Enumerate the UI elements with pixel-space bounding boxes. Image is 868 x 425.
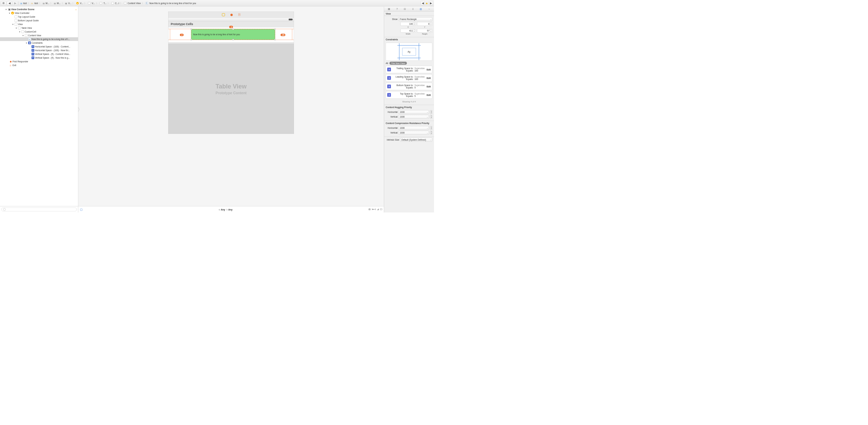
pin-tool-icon[interactable]: ⊢⊣ xyxy=(372,208,376,211)
height-field[interactable]: 57▴▾ xyxy=(417,29,432,33)
compression-vertical-select[interactable]: 1000 xyxy=(399,131,429,135)
warning-icon[interactable]: ▲ xyxy=(426,1,428,5)
viewcontroller-dock-icon[interactable] xyxy=(222,13,225,16)
constraint-card[interactable]: ⊟ Leading Space to:Superview Equals:100 … xyxy=(386,74,433,82)
document-outline[interactable]: ▼▦View Controller Scene● ▼●View Controll… xyxy=(0,6,78,206)
show-select[interactable]: Frame Rectangle xyxy=(399,17,433,21)
first-responder-dock-icon[interactable]: ⬣ xyxy=(230,13,233,17)
edit-constraint-button[interactable]: Edit xyxy=(427,94,431,96)
resize-tool-icon[interactable]: ☐ xyxy=(380,208,382,211)
scene-dock[interactable]: ⬣ ⍈ xyxy=(169,12,294,18)
filter-field[interactable] xyxy=(1,207,77,211)
disclosure-icon[interactable]: ▼ xyxy=(22,35,24,37)
disclosure-icon[interactable]: ▼ xyxy=(15,27,17,29)
resize-handle[interactable] xyxy=(191,39,192,40)
bc-file[interactable]: ▤M... xyxy=(53,2,61,4)
edit-constraint-button[interactable]: Edit xyxy=(427,77,431,79)
constraint-card[interactable]: ⊟ Bottom Space to:Superview Equals:5 Edi… xyxy=(386,83,433,90)
outline-constraint-item[interactable]: ⊟Horizontal Space - (100) - Content... xyxy=(0,45,78,48)
disclosure-icon[interactable]: ▼ xyxy=(5,8,7,11)
toggle-outline-icon[interactable]: ▢ xyxy=(80,208,83,211)
outline-constraint-item[interactable]: ⊟Horizontal Space - (100) - Now thi... xyxy=(0,48,78,52)
outline-scene[interactable]: ▼▦View Controller Scene● xyxy=(0,7,78,11)
bc-folder[interactable]: 🗀test xyxy=(30,2,38,4)
quickhelp-inspector-tab[interactable]: ? xyxy=(395,7,399,11)
stepper[interactable]: ▴▾ xyxy=(430,22,432,26)
filter-all[interactable]: All xyxy=(386,62,388,65)
stepper[interactable]: ▴▾ xyxy=(430,29,432,33)
bc-viewcontroller[interactable]: ●V... xyxy=(75,2,84,5)
constraint-badge[interactable]: -2 xyxy=(180,34,184,36)
constraint-card[interactable]: ⊟ Trailing Space to:Superview Equals:100… xyxy=(386,66,433,73)
file-inspector-tab[interactable]: ▤ xyxy=(387,7,391,11)
hugging-vertical-select[interactable]: 1000 xyxy=(399,115,429,119)
exit-dock-icon[interactable]: ⍈ xyxy=(238,13,240,17)
outline-constraints[interactable]: ▼▦Constraints xyxy=(0,41,78,45)
outline-exit[interactable]: ⍈Exit xyxy=(0,63,78,67)
related-items-button[interactable]: ⊞ xyxy=(1,1,6,5)
prev-issue-button[interactable]: ◀ xyxy=(421,1,425,5)
attributes-inspector-tab[interactable]: ⇩ xyxy=(411,7,415,11)
back-button[interactable]: ◀ xyxy=(7,1,12,5)
outline-view[interactable]: ▼View xyxy=(0,22,78,26)
outline-constraint-item[interactable]: ⊟Vertical Space - (5) - Content View... xyxy=(0,52,78,56)
edit-constraint-button[interactable]: Edit xyxy=(427,85,431,88)
intrinsic-size-select[interactable]: Default (System Defined) xyxy=(400,138,433,142)
constraints-diagram[interactable]: Ag xyxy=(386,43,433,61)
align-tool-icon[interactable]: ⊟ xyxy=(369,208,371,211)
outline-top-layout-guide[interactable]: Top Layout Guide xyxy=(0,15,78,19)
disclosure-icon[interactable]: ▼ xyxy=(8,12,11,14)
hugging-horizontal-select[interactable]: 1000 xyxy=(399,110,429,114)
stepper[interactable]: ▴▾ xyxy=(413,22,416,26)
disclosure-icon[interactable]: ▼ xyxy=(19,31,21,33)
status-indicator-icon[interactable]: ● xyxy=(75,8,76,11)
compression-horizontal-select[interactable]: 1000 xyxy=(399,126,429,130)
selected-label[interactable]: Now this is going to be a long line of t… xyxy=(191,29,275,40)
outline-bottom-layout-guide[interactable]: Bottom Layout Guide xyxy=(0,19,78,22)
connections-inspector-tab[interactable]: → xyxy=(427,7,431,11)
outline-label-selected[interactable]: LNow this is going to be a long line of … xyxy=(0,37,78,41)
size-class-control[interactable]: w Any h Any xyxy=(219,208,233,211)
bc-label[interactable]: LNow this is going to be a long line of … xyxy=(144,2,197,5)
next-issue-button[interactable]: ▶ xyxy=(429,1,433,5)
canvas-scroll[interactable]: ⬣ ⍈ Prototype Cells -2 -25 -5 Now this i… xyxy=(78,6,384,206)
outline-first-responder[interactable]: ⬣First Responder xyxy=(0,60,78,63)
forward-button[interactable]: ▶ xyxy=(13,1,18,5)
x-field[interactable]: 106▴▾ xyxy=(400,22,416,26)
stepper[interactable]: ▴▾ xyxy=(430,115,432,119)
constraint-badge[interactable]: -25 xyxy=(281,34,285,36)
prototype-cell[interactable]: -2 -25 -5 Now this is going to be a long… xyxy=(169,27,294,43)
resize-handle[interactable] xyxy=(191,28,192,30)
resize-handle[interactable] xyxy=(274,28,276,30)
expand-outline-arrow[interactable]: 〉 xyxy=(78,106,82,113)
edit-constraint-button[interactable]: Edit xyxy=(427,68,431,71)
resize-handle[interactable] xyxy=(233,39,234,40)
stepper[interactable]: ▴▾ xyxy=(413,29,416,33)
resize-handle[interactable] xyxy=(233,28,234,30)
constraint-card[interactable]: ⊟ Top Space to:Superview Equals:5 Edit xyxy=(386,91,433,99)
bc-project[interactable]: ▤test xyxy=(19,2,27,4)
stepper[interactable]: ▴▾ xyxy=(430,131,432,135)
stepper[interactable]: ▴▾ xyxy=(430,110,432,114)
bc-view[interactable]: V... xyxy=(86,2,95,5)
outline-contentview[interactable]: ▼Content View xyxy=(0,34,78,37)
disclosure-icon[interactable]: ▼ xyxy=(25,42,27,44)
outline-constraint-item[interactable]: ⊟Vertical Space - (5) - Now this is g... xyxy=(0,56,78,60)
disclosure-icon[interactable]: ▼ xyxy=(12,23,14,25)
y-field[interactable]: 8▴▾ xyxy=(417,22,432,26)
constraint-badge[interactable]: -5 xyxy=(229,26,233,28)
identity-inspector-tab[interactable]: ⊡ xyxy=(403,7,407,11)
bc-tableview[interactable]: T... xyxy=(98,2,107,5)
resolve-tool-icon[interactable]: ⊿ xyxy=(377,208,379,211)
outline-customcell[interactable]: ▼CustomCell xyxy=(0,30,78,34)
bc-contentview[interactable]: Content View xyxy=(122,2,141,5)
outline-tableview[interactable]: ▼Table View xyxy=(0,26,78,30)
bc-file[interactable]: ▤M... xyxy=(41,2,50,4)
bc-scene[interactable]: ▦V... xyxy=(64,2,72,4)
ib-scene-canvas[interactable]: ⬣ ⍈ Prototype Cells -2 -25 -5 Now this i… xyxy=(168,12,294,134)
outline-viewcontroller[interactable]: ▼●View Controller xyxy=(0,11,78,15)
bc-cell[interactable]: C...l xyxy=(110,2,120,5)
size-inspector-tab[interactable]: ▥ xyxy=(419,7,423,11)
stepper[interactable]: ▴▾ xyxy=(430,126,432,130)
filter-this-size-class[interactable]: This Size Class xyxy=(390,62,407,65)
